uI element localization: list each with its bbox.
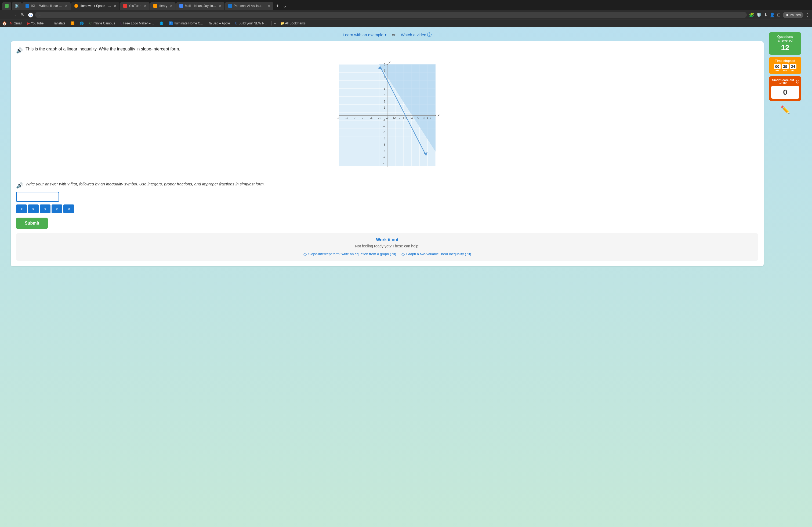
time-seconds: 24 SEC [790,64,797,72]
menu-icon[interactable]: ⋮ [806,12,810,17]
bookmark-globe2[interactable]: 🌐 [157,21,166,26]
help-link-graph[interactable]: ◇ Graph a two-variable linear inequality… [402,252,471,257]
svg-text:4: 4 [427,117,428,120]
questions-count: 12 [772,44,799,52]
tab-youtube-close[interactable]: ✕ [144,4,146,8]
fraction-button[interactable]: ⊠ [63,205,74,213]
svg-text:8: 8 [435,117,436,120]
profile-icon[interactable]: 👤 [770,12,775,17]
help-link-slope[interactable]: ◇ Slope-intercept form: write an equatio… [303,252,396,257]
svg-text:8: 8 [384,63,385,66]
diamond-icon: ◇ [303,252,307,257]
bookmark-campus[interactable]: C Infinite Campus [87,21,117,26]
answer-instruction: 🔊 Write your answer with y first, follow… [16,182,758,189]
tab-search-icon[interactable]: ⊞ [777,12,781,17]
main-content: Learn with an example ▾ or Watch a video… [0,27,812,272]
tab-list-button[interactable]: ⌄ [283,3,287,9]
tab-settings[interactable]: ⚙️ [12,2,22,10]
tab-youtube[interactable]: YouTube ✕ [120,2,149,10]
tab-ai-close[interactable]: ✕ [268,4,270,8]
paused-button[interactable]: ⏸ Paused [783,12,803,18]
svg-text:5: 5 [417,117,419,120]
submit-button[interactable]: Submit [16,217,48,229]
chevron-down-icon: ▾ [385,32,387,37]
work-it-out-subtitle: Not feeling ready yet? These can help: [20,244,754,248]
svg-text:2: 2 [399,117,400,120]
tab-homework-close[interactable]: ✕ [114,4,116,8]
bookmark-youtube[interactable]: ▶ YouTube [25,21,46,26]
work-it-out-section: Work it out Not feeling ready yet? These… [16,233,758,261]
bookmarks-toggle[interactable]: 🏠 [2,21,7,26]
svg-text:2: 2 [384,100,385,103]
tab-ixl[interactable]: IXL – Write a linear ine... ✕ [22,2,71,10]
tab-ext[interactable] [2,2,11,10]
bookmark-build[interactable]: B Build your NEW R... [233,21,269,26]
smart-score-info-icon[interactable]: ? [796,80,799,84]
svg-text:4: 4 [411,117,413,120]
inequality-graph: x y -8 -7 -6 -5 -4 -3 -2 -1 1 2 [331,59,444,175]
learn-example-button[interactable]: Learn with an example ▾ [343,32,387,37]
bookmark-globe[interactable]: 🌐 [77,21,86,26]
svg-text:5: 5 [384,81,385,85]
svg-text:-4: -4 [370,117,373,120]
tab-mail[interactable]: Mail – Khan, Jaydin – O... ✕ [176,2,224,10]
less-than-button[interactable]: < [16,205,27,213]
more-bookmarks[interactable]: » [274,21,276,25]
tab-ixl-close[interactable]: ✕ [65,4,68,8]
svg-text:3: 3 [384,94,385,97]
svg-text:-3: -3 [378,117,380,120]
diamond-icon-2: ◇ [402,252,405,257]
extensions-icon[interactable]: 🧩 [749,12,754,17]
tab-henry[interactable]: Henry ✕ [150,2,176,10]
svg-text:y: y [388,60,391,64]
top-bar: Learn with an example ▾ or Watch a video… [11,32,764,37]
graph-container: x y -8 -7 -6 -5 -4 -3 -2 -1 1 2 [331,59,444,175]
download-icon[interactable]: ⬇ [764,12,767,17]
svg-text:x: x [437,113,439,117]
greater-than-button[interactable]: > [28,205,39,213]
svg-text:-6: -6 [383,149,385,152]
bookmark-logo[interactable]: L Free Logo Maker – ... [118,21,156,26]
speaker-icon[interactable]: 🔊 [16,47,23,54]
tab-mail-close[interactable]: ✕ [219,4,221,8]
refresh-button[interactable]: ↻ [19,12,26,18]
bookmark-translate[interactable]: T Translate [47,21,68,26]
time-minutes: 39 MIN [782,64,789,72]
address-bar[interactable] [35,12,747,18]
speaker-icon-2[interactable]: 🔊 [16,182,23,189]
symbol-buttons: < > ≤ ≥ ⊠ [16,205,758,213]
back-button[interactable]: ← [2,12,10,18]
watch-video-button[interactable]: Watch a video ? [401,32,432,37]
bookmark-8[interactable]: 8 [69,21,76,26]
work-it-out-title: Work it out [20,238,754,242]
info-icon: ? [427,32,432,37]
question-text: 🔊 This is the graph of a linear inequali… [16,47,758,54]
svg-text:-2: -2 [383,124,385,128]
all-bookmarks[interactable]: 📁 All Bookmarks [280,21,306,25]
tab-homework[interactable]: Homework Space – St... ✕ [71,2,119,10]
tab-henry-close[interactable]: ✕ [170,4,172,8]
bookmarks-bar: 🏠 M Gmail ▶ YouTube T Translate 8 🌐 C In… [0,19,812,27]
greater-equal-button[interactable]: ≥ [52,205,62,213]
new-tab-button[interactable]: + [274,3,281,9]
bookmark-bag[interactable]: 🛍 Bag – Apple [206,21,232,26]
forward-button[interactable]: → [11,12,18,18]
answer-section: 🔊 Write your answer with y first, follow… [16,182,758,229]
svg-text:-8: -8 [383,162,385,165]
bookmark-gmail[interactable]: M Gmail [8,21,24,26]
time-hours: 00 HR [774,64,781,72]
help-links: ◇ Slope-intercept form: write an equatio… [20,252,754,257]
svg-text:-1: -1 [394,117,396,120]
bookmark-illuminate[interactable]: R Illuminate Home C... [167,21,205,26]
answer-input[interactable] [16,192,59,202]
time-elapsed-card: Time elapsed 00 HR 39 MIN 24 SEC [769,57,801,74]
svg-text:-1: -1 [383,118,385,122]
less-equal-button[interactable]: ≤ [40,205,50,213]
tab-ai[interactable]: Personal AI Assistant |... ✕ [225,2,273,10]
toolbar-icons: 🧩 🛡️ ⬇ 👤 ⊞ ⏸ Paused ⋮ [749,12,810,18]
pencil-icon[interactable]: ✏️ [769,105,801,114]
svg-text:-7: -7 [383,155,385,159]
svg-text:-5: -5 [383,143,385,146]
browser-chrome: ⚙️ IXL – Write a linear ine... ✕ Homewor… [0,0,812,27]
svg-text:3: 3 [405,117,407,120]
